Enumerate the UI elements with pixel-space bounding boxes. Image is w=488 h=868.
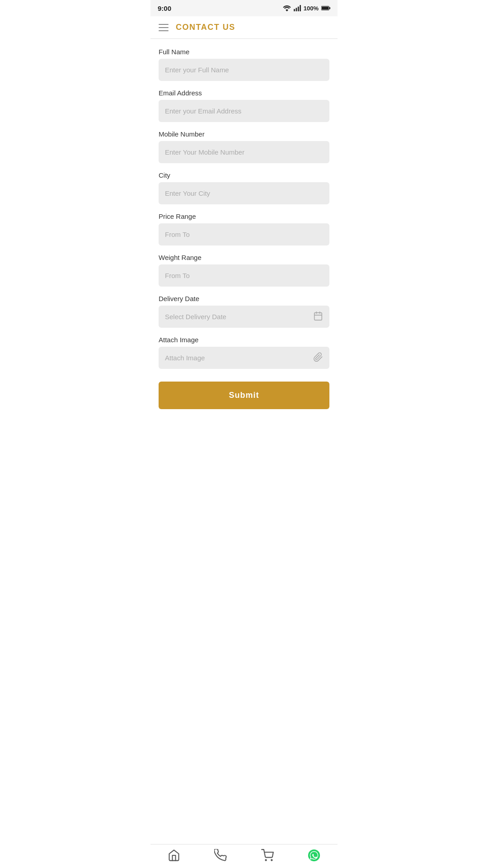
svg-rect-6 [322, 7, 328, 9]
battery-icon [321, 5, 330, 11]
weight-range-label: Weight Range [159, 254, 329, 261]
email-group: Email Address [159, 89, 329, 122]
svg-rect-1 [296, 8, 297, 11]
mobile-group: Mobile Number [159, 130, 329, 163]
price-range-label: Price Range [159, 212, 329, 220]
svg-rect-7 [314, 312, 322, 320]
full-name-label: Full Name [159, 48, 329, 56]
signal-icon [294, 5, 301, 11]
price-range-input[interactable] [159, 223, 329, 245]
paperclip-icon [313, 352, 323, 364]
status-icons: 100% [283, 5, 330, 12]
weight-range-group: Weight Range [159, 254, 329, 287]
header: CONTACT US [150, 16, 338, 39]
status-time: 9:00 [158, 5, 171, 12]
calendar-icon [313, 311, 323, 323]
delivery-date-wrapper [159, 306, 329, 328]
city-group: City [159, 171, 329, 204]
price-range-group: Price Range [159, 212, 329, 245]
delivery-date-label: Delivery Date [159, 295, 329, 302]
email-label: Email Address [159, 89, 329, 97]
attach-image-label: Attach Image [159, 336, 329, 344]
email-input[interactable] [159, 100, 329, 122]
status-bar: 9:00 100% [150, 0, 338, 16]
page-title: CONTACT US [176, 23, 235, 32]
delivery-date-group: Delivery Date [159, 295, 329, 328]
attach-image-wrapper [159, 347, 329, 369]
attach-image-group: Attach Image [159, 336, 329, 369]
svg-rect-5 [329, 7, 330, 9]
battery-percent: 100% [304, 5, 319, 12]
city-label: City [159, 171, 329, 179]
hamburger-menu-icon[interactable] [159, 24, 169, 31]
mobile-input[interactable] [159, 141, 329, 163]
svg-rect-0 [294, 9, 295, 11]
delivery-date-input[interactable] [159, 306, 329, 328]
contact-form: Full Name Email Address Mobile Number Ci… [150, 39, 338, 454]
full-name-input[interactable] [159, 59, 329, 81]
svg-rect-2 [298, 7, 299, 12]
attach-image-input[interactable] [159, 347, 329, 369]
svg-rect-3 [300, 5, 301, 11]
full-name-group: Full Name [159, 48, 329, 81]
city-input[interactable] [159, 182, 329, 204]
mobile-label: Mobile Number [159, 130, 329, 138]
wifi-icon [283, 5, 291, 11]
weight-range-input[interactable] [159, 264, 329, 287]
submit-button[interactable]: Submit [159, 382, 329, 409]
